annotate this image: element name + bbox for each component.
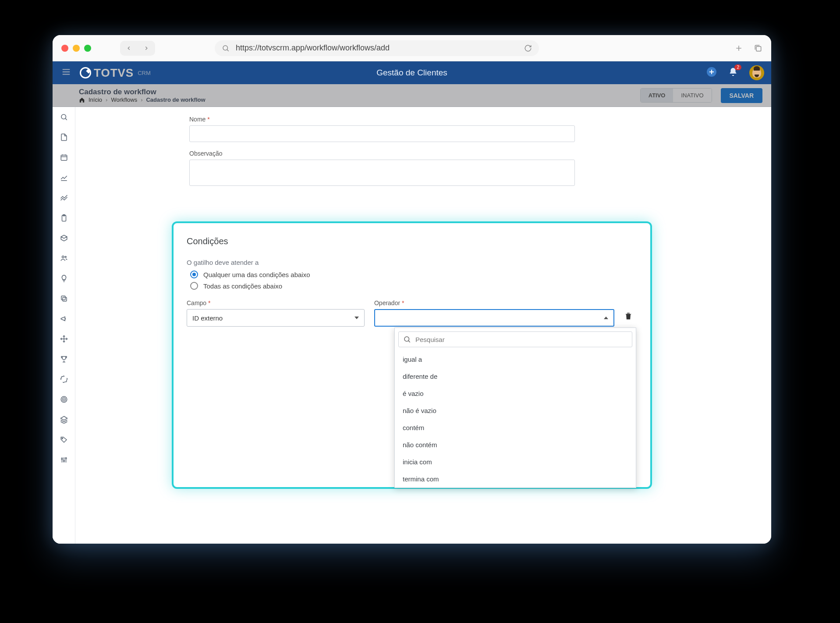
- add-button[interactable]: [706, 67, 717, 79]
- dropdown-option[interactable]: termina com: [395, 470, 636, 488]
- svg-point-35: [404, 337, 409, 342]
- url-bar[interactable]: https://totvscrm.app/workflow/workflows/…: [215, 40, 539, 56]
- search-icon: [403, 335, 411, 343]
- dropdown-option[interactable]: contém: [395, 419, 636, 436]
- rail-trend-icon[interactable]: [60, 194, 68, 203]
- maximize-window-icon[interactable]: [84, 45, 91, 52]
- rail-search-icon[interactable]: [60, 113, 68, 123]
- observation-field[interactable]: [189, 160, 575, 186]
- rail-trophy-icon[interactable]: [60, 355, 68, 365]
- radio-all-label: Todas as condições abaixo: [203, 282, 282, 290]
- svg-point-0: [223, 46, 228, 50]
- required-mark: *: [208, 299, 210, 306]
- url-text: https://totvscrm.app/workflow/workflows/…: [236, 43, 518, 53]
- dropdown-option[interactable]: igual a: [395, 351, 636, 368]
- svg-marker-27: [60, 417, 67, 420]
- nav-buttons: [120, 41, 155, 56]
- svg-rect-13: [61, 155, 67, 160]
- rail-megaphone-icon[interactable]: [60, 315, 68, 324]
- rail-extension-icon[interactable]: [60, 375, 68, 385]
- close-window-icon[interactable]: [61, 45, 68, 52]
- rail-settings-icon[interactable]: [60, 456, 68, 466]
- name-label: Nome *: [189, 116, 771, 123]
- app-title: Gestão de Clientes: [376, 68, 447, 78]
- radio-any-label: Qualquer uma das condições abaixo: [203, 271, 310, 278]
- chevron-down-icon: [354, 317, 359, 319]
- modal-title: Condições: [187, 236, 637, 246]
- dropdown-option[interactable]: não é vazio: [395, 402, 636, 419]
- browser-chrome: https://totvscrm.app/workflow/workflows/…: [53, 35, 771, 61]
- campo-label: Campo *: [187, 299, 365, 306]
- svg-point-11: [61, 114, 66, 119]
- minimize-window-icon[interactable]: [73, 45, 80, 52]
- forward-button[interactable]: [138, 41, 155, 56]
- dropdown-search-input[interactable]: [415, 336, 627, 343]
- tabs-icon[interactable]: [754, 44, 762, 53]
- svg-point-21: [65, 256, 66, 258]
- operador-select[interactable]: [374, 309, 614, 327]
- svg-line-12: [65, 118, 67, 120]
- radio-all-icon: [190, 282, 198, 290]
- rail-tag-icon[interactable]: [60, 436, 68, 445]
- campo-label-text: Campo: [187, 299, 206, 306]
- conditions-modal: Condições O gatilho deve atender a Qualq…: [172, 221, 652, 489]
- rail-copy-icon[interactable]: [60, 295, 68, 304]
- dropdown-option[interactable]: diferente de: [395, 368, 636, 385]
- reload-icon[interactable]: [524, 44, 532, 52]
- avatar-face-icon: [752, 68, 761, 78]
- notif-badge: 2: [734, 64, 741, 70]
- new-tab-icon[interactable]: [734, 44, 743, 53]
- rail-idea-icon[interactable]: [60, 274, 68, 284]
- svg-point-26: [64, 399, 64, 400]
- rail-document-icon[interactable]: [60, 133, 68, 143]
- back-button[interactable]: [120, 41, 138, 56]
- required-mark: *: [207, 116, 209, 123]
- name-field[interactable]: [189, 125, 575, 142]
- operador-dropdown: igual a diferente de é vazio não é vazio…: [394, 328, 636, 488]
- delete-condition-button[interactable]: [624, 299, 637, 322]
- modal-hint: O gatilho deve atender a: [187, 259, 637, 266]
- dropdown-search: [398, 331, 632, 347]
- window-controls: [61, 45, 91, 52]
- svg-point-34: [65, 458, 67, 459]
- campo-value: ID externo: [192, 314, 223, 322]
- campo-select[interactable]: ID externo: [187, 309, 365, 327]
- operador-label-text: Operador: [374, 299, 400, 306]
- radio-any[interactable]: Qualquer uma das condições abaixo: [190, 271, 637, 278]
- svg-point-20: [62, 256, 64, 258]
- rail-users-icon[interactable]: [60, 254, 68, 264]
- rail-move-icon[interactable]: [60, 335, 68, 345]
- name-label-text: Nome: [189, 116, 206, 123]
- chrome-right-actions: [734, 44, 762, 53]
- obs-label: Observação: [189, 150, 771, 157]
- operador-label: Operador *: [374, 299, 614, 306]
- required-mark: *: [402, 299, 404, 306]
- notifications-icon[interactable]: 2: [728, 67, 738, 78]
- svg-line-36: [408, 341, 410, 342]
- search-icon: [222, 44, 230, 52]
- svg-point-33: [63, 460, 64, 462]
- rail-calendar-icon[interactable]: [60, 153, 68, 163]
- rail-chart-icon[interactable]: [60, 174, 68, 183]
- svg-point-32: [61, 458, 63, 459]
- rail-clipboard-icon[interactable]: [60, 214, 68, 224]
- dropdown-option[interactable]: é vazio: [395, 385, 636, 402]
- rail-target-icon[interactable]: [60, 395, 68, 405]
- rail-box-icon[interactable]: [60, 234, 68, 244]
- rail-layers-icon[interactable]: [60, 416, 68, 425]
- dropdown-option[interactable]: inicia com: [395, 453, 636, 470]
- browser-window: https://totvscrm.app/workflow/workflows/…: [53, 35, 771, 544]
- radio-all[interactable]: Todas as condições abaixo: [190, 282, 637, 290]
- svg-rect-22: [63, 297, 67, 301]
- chevron-up-icon: [604, 317, 608, 319]
- dropdown-option[interactable]: não contém: [395, 436, 636, 453]
- radio-any-icon: [190, 271, 198, 278]
- svg-point-28: [62, 438, 63, 439]
- svg-line-1: [227, 50, 228, 51]
- svg-rect-23: [61, 296, 65, 300]
- left-nav-rail: [53, 107, 75, 544]
- brand-logo-icon: [80, 67, 91, 78]
- trash-icon: [624, 312, 633, 320]
- svg-rect-4: [756, 46, 761, 51]
